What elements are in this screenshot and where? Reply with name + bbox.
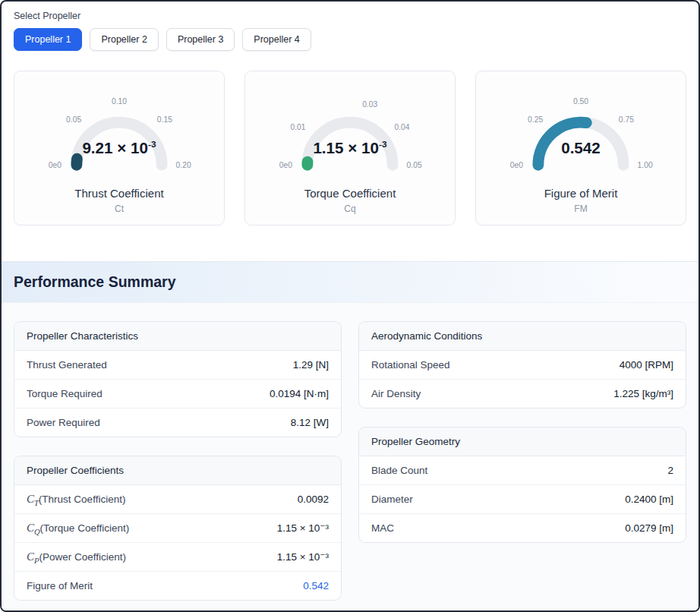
- table-row: CP(Power Coefficient) 1.15 × 10⁻³: [14, 543, 341, 572]
- row-value: 0.0194 [N·m]: [270, 386, 329, 401]
- propeller-button-group: Propeller 1 Propeller 2 Propeller 3 Prop…: [14, 28, 686, 51]
- torque-coefficient-gauge-card: 0e00.010.030.040.051.15 × 10-3 Torque Co…: [244, 71, 456, 226]
- coefficient-symbol: C: [27, 493, 34, 505]
- row-value: 0.2400 [m]: [625, 492, 673, 506]
- row-label: Air Density: [371, 386, 421, 401]
- propeller-1-button[interactable]: Propeller 1: [14, 28, 82, 51]
- gauge-tick-label: 0.25: [528, 115, 543, 124]
- propeller-3-button[interactable]: Propeller 3: [166, 28, 235, 51]
- row-value: 1.29 [N]: [293, 358, 329, 372]
- row-label: Rotational Speed: [371, 358, 450, 372]
- performance-summary-heading: Performance Summary: [14, 273, 686, 291]
- thrust-coefficient-gauge-card: 0e00.050.100.150.209.21 × 10-3 Thrust Co…: [14, 71, 225, 226]
- table-row: Diameter 0.2400 [m]: [359, 485, 686, 514]
- coefficient-symbol: C: [27, 550, 34, 563]
- aerodynamic-conditions-card: Aerodynamic Conditions Rotational Speed …: [358, 321, 686, 409]
- performance-summary-band: Performance Summary: [2, 261, 698, 303]
- table-row: Rotational Speed 4000 [RPM]: [359, 351, 686, 380]
- row-value: 0.0092: [298, 492, 329, 506]
- gauge-tick-label: 0.01: [290, 123, 305, 131]
- gauge-title: Figure of Merit: [484, 187, 678, 200]
- gauge-tick-label: 0.04: [394, 123, 409, 131]
- card-title: Propeller Coefficients: [14, 456, 341, 485]
- row-value: 1.15 × 10⁻³: [277, 550, 329, 564]
- summary-right-column: Aerodynamic Conditions Rotational Speed …: [358, 321, 686, 601]
- table-row: CQ(Torque Coefficient) 1.15 × 10⁻³: [14, 514, 341, 543]
- thrust-coefficient-gauge: 0e00.050.100.150.209.21 × 10-3: [22, 80, 216, 184]
- figure-of-merit-gauge: 0e00.250.500.751.000.542: [484, 80, 678, 184]
- propeller-geometry-card: Propeller Geometry Blade Count 2 Diamete…: [358, 427, 686, 543]
- row-label-text: (Power Coefficient): [39, 551, 126, 563]
- table-row: Air Density 1.225 [kg/m³]: [359, 380, 686, 408]
- row-value: 0.0279 [m]: [625, 521, 673, 535]
- gauge-tick-label: 0e0: [49, 161, 61, 169]
- row-label: CT(Thrust Coefficient): [27, 492, 125, 506]
- coefficient-subscript: Q: [34, 528, 40, 536]
- row-label: Thrust Generated: [27, 358, 107, 372]
- gauge-subtitle: Ct: [22, 203, 216, 214]
- row-label: Blade Count: [371, 463, 427, 478]
- table-row: Power Required 8.12 [W]: [14, 409, 341, 437]
- gauge-svg: 0e00.050.100.150.209.21 × 10-3: [22, 80, 216, 184]
- row-label: CP(Power Coefficient): [27, 550, 126, 564]
- row-label-text: (Thrust Coefficient): [39, 494, 126, 505]
- row-label: MAC: [371, 521, 394, 535]
- gauge-tick-label: 0.75: [619, 115, 634, 124]
- row-value: 2: [667, 463, 673, 478]
- select-propeller-label: Select Propeller: [14, 11, 686, 21]
- row-label: Power Required: [27, 415, 100, 430]
- gauge-value: 0.542: [561, 139, 601, 156]
- row-label: Diameter: [371, 492, 413, 506]
- propeller-4-button[interactable]: Propeller 4: [242, 28, 311, 51]
- row-value: 4000 [RPM]: [620, 358, 673, 372]
- gauge-svg: 0e00.250.500.751.000.542: [484, 80, 678, 184]
- gauge-tick-label: 0.03: [362, 100, 377, 109]
- gauge-bar: [77, 159, 77, 165]
- app-window: Select Propeller Propeller 1 Propeller 2…: [0, 0, 700, 612]
- propeller-coefficients-card: Propeller Coefficients CT(Thrust Coeffic…: [14, 456, 342, 601]
- coefficient-symbol: C: [27, 522, 34, 534]
- gauge-value: 9.21 × 10-3: [82, 139, 156, 157]
- gauge-tick-label: 1.00: [638, 161, 653, 169]
- gauge-tick-label: 0.15: [157, 115, 172, 124]
- gauge-tick-label: 0e0: [279, 161, 292, 169]
- torque-coefficient-gauge: 0e00.010.030.040.051.15 × 10-3: [253, 80, 447, 184]
- propeller-characteristics-card: Propeller Characteristics Thrust Generat…: [14, 321, 342, 437]
- propeller-2-button[interactable]: Propeller 2: [90, 28, 158, 51]
- gauge-row: 0e00.050.100.150.209.21 × 10-3 Thrust Co…: [14, 71, 686, 226]
- figure-of-merit-gauge-card: 0e00.250.500.751.000.542 Figure of Merit…: [475, 71, 686, 226]
- top-section: Select Propeller Propeller 1 Propeller 2…: [2, 2, 698, 226]
- figure-of-merit-value: 0.542: [303, 579, 329, 593]
- gauge-tick-label: 0.20: [176, 161, 191, 169]
- row-label: Torque Required: [27, 386, 102, 401]
- gauge-subtitle: FM: [484, 203, 678, 214]
- gauge-tick-label: 0.50: [573, 97, 588, 106]
- card-title: Aerodynamic Conditions: [359, 322, 686, 351]
- table-row: Torque Required 0.0194 [N·m]: [14, 380, 341, 409]
- table-row: Blade Count 2: [359, 456, 686, 485]
- card-title: Propeller Geometry: [359, 427, 686, 456]
- table-row: CT(Thrust Coefficient) 0.0092: [14, 485, 341, 514]
- gauge-tick-label: 0e0: [510, 161, 523, 169]
- card-title: Propeller Characteristics: [14, 322, 341, 351]
- gauge-title: Torque Coefficient: [253, 187, 447, 200]
- summary-body: Propeller Characteristics Thrust Generat…: [2, 303, 698, 612]
- table-row: MAC 0.0279 [m]: [359, 514, 686, 542]
- row-label: Figure of Merit: [27, 579, 93, 593]
- gauge-tick-label: 0.10: [112, 97, 127, 106]
- row-value: 8.12 [W]: [291, 415, 329, 430]
- gauge-title: Thrust Coefficient: [22, 187, 216, 200]
- row-label: CQ(Torque Coefficient): [27, 521, 129, 535]
- row-label-text: (Torque Coefficient): [40, 522, 130, 534]
- summary-left-column: Propeller Characteristics Thrust Generat…: [14, 321, 342, 601]
- gauge-value: 1.15 × 10-3: [313, 139, 387, 157]
- table-row: Figure of Merit 0.542: [14, 572, 341, 600]
- row-value: 1.225 [kg/m³]: [613, 386, 673, 401]
- gauge-tick-label: 0.05: [66, 115, 81, 124]
- table-row: Thrust Generated 1.29 [N]: [14, 351, 341, 380]
- row-value: 1.15 × 10⁻³: [277, 521, 329, 535]
- gauge-svg: 0e00.010.030.040.051.15 × 10-3: [253, 80, 447, 184]
- gauge-tick-label: 0.05: [407, 161, 422, 169]
- gauge-subtitle: Cq: [253, 203, 447, 214]
